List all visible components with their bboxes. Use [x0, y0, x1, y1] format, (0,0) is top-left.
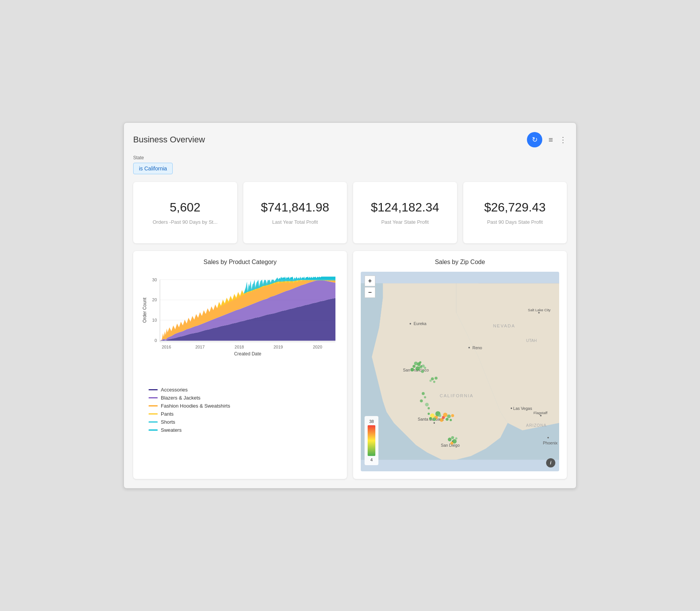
svg-point-26	[429, 417, 432, 420]
filter-icon-button[interactable]: ≡	[548, 135, 553, 144]
map-info-button[interactable]: i	[546, 458, 555, 467]
svg-point-31	[443, 413, 447, 417]
y-tick-10: 10	[152, 318, 157, 322]
svg-point-37	[451, 436, 454, 439]
legend-min: 4	[370, 457, 373, 462]
page-title: Business Overview	[133, 135, 205, 145]
svg-point-14	[416, 367, 420, 371]
santa-barbara-dot	[434, 422, 435, 424]
reno-dot	[469, 347, 470, 348]
refresh-button[interactable]: ↻	[527, 132, 542, 147]
svg-point-28	[428, 413, 430, 415]
phoenix-label: Phoenix	[543, 441, 558, 445]
svg-point-41	[422, 392, 425, 395]
salt-lake-dot	[538, 312, 540, 314]
svg-point-27	[438, 414, 441, 417]
zoom-in-button[interactable]: +	[365, 276, 375, 286]
las-vegas-dot	[511, 408, 512, 409]
legend-color-accessories	[149, 389, 158, 390]
kpi-label-90-day-profit: Past 90 Days State Profit	[487, 219, 543, 225]
legend-accessories: Accessories	[149, 387, 339, 393]
kpi-card-last-year-profit: $741,841.98 Last Year Total Profit	[243, 182, 347, 243]
kpi-card-past-year-state-profit: $124,182.34 Past Year State Profit	[353, 182, 457, 243]
y-axis-title: Order Count	[142, 297, 147, 323]
svg-point-20	[410, 368, 414, 372]
zoom-out-button[interactable]: −	[365, 287, 375, 298]
legend-hoodies: Fashion Hoodies & Sweatshirts	[149, 403, 339, 409]
san-diego-label: San Diego	[441, 443, 460, 448]
nevada-label: NEVADA	[493, 324, 515, 328]
svg-point-16	[419, 361, 421, 363]
kpi-label-past-year-state-profit: Past Year State Profit	[381, 219, 429, 225]
legend-sweaters: Sweaters	[149, 427, 339, 433]
svg-point-47	[433, 381, 436, 383]
legend-color-sweaters	[149, 429, 158, 431]
kpi-value-last-year-profit: $741,841.98	[261, 200, 329, 215]
map-controls: + −	[365, 276, 375, 298]
svg-point-36	[448, 438, 452, 441]
x-label-2016: 2016	[162, 345, 171, 349]
legend-label-hoodies: Fashion Hoodies & Sweatshirts	[161, 403, 230, 409]
flagstaff-label: Flagstaff	[533, 411, 548, 415]
eureka-dot	[409, 323, 411, 325]
kpi-value-orders: 5,602	[170, 200, 200, 215]
svg-point-17	[414, 362, 418, 365]
salt-lake-label: Salt Lake City	[528, 308, 551, 312]
header-actions: ↻ ≡ ⋮	[527, 132, 567, 147]
svg-point-19	[424, 367, 426, 369]
filter-tag[interactable]: is California	[133, 163, 173, 174]
filter-section: State is California	[133, 155, 567, 174]
y-tick-30: 30	[152, 277, 157, 282]
svg-point-32	[446, 418, 449, 421]
y-tick-0: 0	[155, 338, 157, 343]
legend-shorts: Shorts	[149, 419, 339, 425]
x-label-2019: 2019	[274, 345, 283, 349]
sales-by-category-title: Sales by Product Category	[141, 259, 339, 266]
sales-by-zip-card: Sales by Zip Code	[353, 251, 567, 479]
more-options-button[interactable]: ⋮	[559, 135, 567, 144]
legend-max: 38	[369, 419, 374, 424]
svg-point-39	[455, 437, 457, 439]
legend-label-blazers: Blazers & Jackets	[161, 395, 200, 401]
legend-gradient	[368, 425, 375, 456]
area-chart-container: 30 20 10 0 Order Count 2016 2017 2018 20…	[141, 272, 339, 381]
svg-point-25	[433, 418, 436, 421]
svg-point-48	[434, 377, 438, 380]
charts-row: Sales by Product Category 30 20 10 0 Ord…	[133, 251, 567, 479]
svg-point-33	[447, 414, 451, 418]
svg-point-44	[425, 403, 429, 406]
map-legend: 38 4	[365, 416, 378, 465]
legend-label-accessories: Accessories	[161, 387, 188, 393]
x-label-2017: 2017	[195, 345, 205, 349]
x-label-2018: 2018	[234, 345, 244, 349]
legend-color-blazers	[149, 397, 158, 398]
area-chart-svg: 30 20 10 0 Order Count 2016 2017 2018 20…	[141, 272, 339, 379]
kpi-value-90-day-profit: $26,729.43	[484, 200, 546, 215]
svg-point-43	[420, 400, 423, 403]
kpi-row: 5,602 Orders -Past 90 Days by St... $741…	[133, 182, 567, 243]
x-label-2020: 2020	[313, 345, 322, 349]
california-label: CALIFORNIA	[440, 393, 474, 398]
legend-blazers: Blazers & Jackets	[149, 395, 339, 401]
legend-pants: Pants	[149, 411, 339, 417]
dashboard-container: Business Overview ↻ ≡ ⋮ State is Califor…	[124, 122, 576, 489]
svg-point-21	[421, 370, 424, 373]
svg-point-35	[451, 414, 454, 417]
legend-label-sweaters: Sweaters	[161, 427, 182, 433]
map-svg: Eureka Reno NEVADA UTAH Salt Lake City S…	[361, 272, 559, 471]
eureka-label: Eureka	[414, 321, 426, 326]
kpi-label-last-year-profit: Last Year Total Profit	[272, 219, 318, 225]
legend-color-shorts	[149, 421, 158, 423]
legend-color-hoodies	[149, 405, 158, 406]
svg-point-46	[431, 377, 434, 380]
legend-label-shorts: Shorts	[161, 419, 175, 425]
svg-point-45	[428, 407, 430, 410]
chart-legend: Accessories Blazers & Jackets Fashion Ho…	[141, 387, 339, 433]
x-axis-title: Created Date	[234, 351, 261, 357]
svg-point-34	[450, 419, 452, 421]
flagstaff-dot	[540, 415, 542, 416]
svg-point-42	[424, 396, 426, 398]
sales-by-zip-title: Sales by Zip Code	[361, 259, 559, 266]
phoenix-dot	[547, 437, 549, 438]
arizona-label: ARIZONA	[526, 423, 546, 428]
